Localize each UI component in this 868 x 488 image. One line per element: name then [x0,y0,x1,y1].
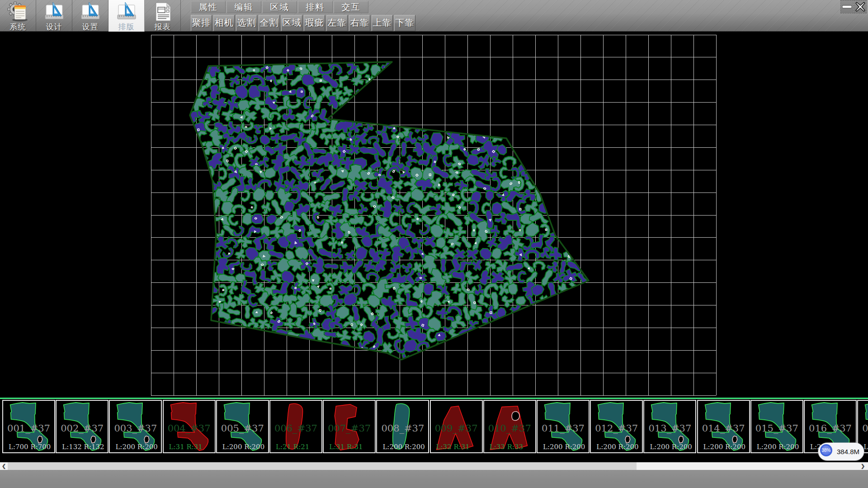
piece-thumbnail-13[interactable]: 013_#37 L:200 R:200 [643,400,696,453]
piece-count-label: L:200 R:200 [222,443,271,451]
set-square-icon [80,1,101,22]
piece-thumbnail-10[interactable]: 010_#37 L:33 R:33 [483,400,536,453]
toolbar: 系统 设计 设置 排版 [0,0,868,32]
main-button-label: 系统 [10,22,26,31]
piece-title: 008_#37 [377,423,428,434]
piece-title: 012_#37 [591,423,642,434]
piece-count-label: L:132 R:132 [62,443,111,451]
minimize-icon [842,5,852,9]
menu-tab-bar: 属性编辑区域排料交互 [191,1,369,13]
tool-button-7[interactable]: 左靠 [326,15,348,31]
piece-count-label: L:200 R:200 [650,443,698,451]
piece-thumbnail-11[interactable]: 011_#37 L:200 R:200 [537,400,590,453]
piece-title: 017_#37 [858,423,868,434]
main-button-settings[interactable]: 设置 [72,0,108,32]
piece-thumbnail-5[interactable]: 005_#37 L:200 R:200 [216,400,269,453]
piece-count-label: L:200 R:200 [543,443,592,451]
piece-thumbnail-12[interactable]: 012_#37 L:200 R:200 [590,400,643,453]
piece-thumbnail-15[interactable]: 015_#37 L:200 R:200 [750,400,803,453]
piece-title: 001_#37 [3,423,54,434]
memory-percent: 38% [821,448,830,453]
main-button-label: 设置 [82,22,99,31]
memory-overlay[interactable]: 38% 384.8M [818,443,864,460]
horizontal-scrollbar[interactable]: ❮ ❯ [0,462,868,470]
piece-title: 006_#37 [270,423,321,434]
gear-notebook-icon [7,1,29,22]
close-button[interactable] [854,0,867,14]
memory-amount: 384.8M [837,443,859,460]
piece-title: 013_#37 [644,423,695,434]
tool-button-10[interactable]: 下靠 [394,15,415,31]
report-icon [152,1,174,22]
piece-title: 003_#37 [110,423,161,434]
piece-title: 015_#37 [751,423,802,434]
piece-count-label: L:32 R:31 [436,443,485,451]
piece-count-label: L:33 R:33 [490,443,538,451]
panel-separator-line [0,398,868,399]
tool-button-bar: 聚排相机选割全割区域瑕疵左靠右靠上靠下靠 [191,15,417,31]
piece-thumbnail-7[interactable]: 007_#37 L:31 R:31 [323,400,376,453]
menu-tab-1[interactable]: 属性 [191,1,226,13]
piece-thumbnail-2[interactable]: 002_#37 L:132 R:132 [56,400,108,453]
piece-count-label: L:31 R:31 [169,443,218,451]
piece-thumbnail-1[interactable]: 001_#37 L:700 R:700 [2,400,55,453]
piece-count-label: L:200 R:200 [863,443,868,451]
application-window: 系统 设计 设置 排版 [0,0,868,488]
piece-count-label: L:200 R:200 [596,443,645,451]
nesting-canvas[interactable] [0,32,868,398]
main-button-bar: 系统 设计 设置 排版 [0,0,181,32]
tool-button-2[interactable]: 相机 [213,15,235,31]
scroll-left-arrow[interactable]: ❮ [0,462,8,470]
piece-title: 014_#37 [698,423,749,434]
canvas-svg [0,32,868,398]
piece-title: 007_#37 [324,423,375,434]
tool-button-5[interactable]: 区域 [281,15,302,31]
piece-thumbnail-4[interactable]: 004_#37 L:31 R:31 [163,400,216,453]
menu-tab-5[interactable]: 交互 [334,1,368,13]
piece-title: 009_#37 [431,423,482,434]
main-button-label: 报表 [155,22,171,31]
piece-title: 010_#37 [484,423,535,434]
piece-count-label: L:200 R:200 [382,443,431,451]
piece-thumbnail-6[interactable]: 006_#37 L:21 R:21 [269,400,322,453]
main-button-design[interactable]: 设计 [36,0,72,32]
piece-title: 005_#37 [217,423,268,434]
pieces-panel: 001_#37 L:700 R:700 002_#37 L:132 R:132 … [0,399,868,462]
main-button-system[interactable]: 系统 [0,0,36,32]
piece-title: 011_#37 [538,423,589,434]
main-button-label: 设计 [46,22,62,31]
memory-percent-badge: 38% [820,444,832,456]
tool-button-9[interactable]: 上靠 [372,15,393,31]
tool-button-6[interactable]: 瑕疵 [304,15,325,31]
piece-title: 016_#37 [805,423,856,434]
minimize-button[interactable] [840,0,854,14]
menu-tab-4[interactable]: 排料 [298,1,333,13]
main-button-layout[interactable]: 排版 [108,0,145,32]
piece-title: 002_#37 [57,423,108,434]
tool-button-3[interactable]: 选割 [236,15,257,31]
set-square-icon [43,1,65,22]
status-bar [0,470,868,488]
main-button-report[interactable]: 报表 [145,0,181,32]
piece-count-label: L:200 R:200 [115,443,164,451]
close-icon [855,2,865,12]
piece-thumbnail-14[interactable]: 014_#37 L:200 R:200 [697,400,750,453]
scrollbar-thumb[interactable] [8,462,637,470]
piece-thumbnail-9[interactable]: 009_#37 L:32 R:31 [430,400,483,453]
piece-count-label: L:200 R:200 [703,443,752,451]
tool-button-1[interactable]: 聚排 [191,15,212,31]
piece-count-label: L:700 R:700 [9,443,57,451]
piece-count-label: L:200 R:200 [757,443,806,451]
tool-button-4[interactable]: 全割 [259,15,280,31]
nested-pieces-mosaic [184,57,589,368]
piece-count-label: L:31 R:31 [329,443,378,451]
menu-tab-2[interactable]: 编辑 [226,1,261,13]
menu-tab-3[interactable]: 区域 [262,1,297,13]
set-square-icon [116,1,137,22]
tool-button-8[interactable]: 右靠 [349,15,370,31]
scroll-right-arrow[interactable]: ❯ [859,462,867,470]
piece-title: 004_#37 [164,423,215,434]
piece-thumbnail-3[interactable]: 003_#37 L:200 R:200 [109,400,162,453]
piece-thumbnail-8[interactable]: 008_#37 L:200 R:200 [376,400,429,453]
piece-count-label: L:21 R:21 [276,443,325,451]
